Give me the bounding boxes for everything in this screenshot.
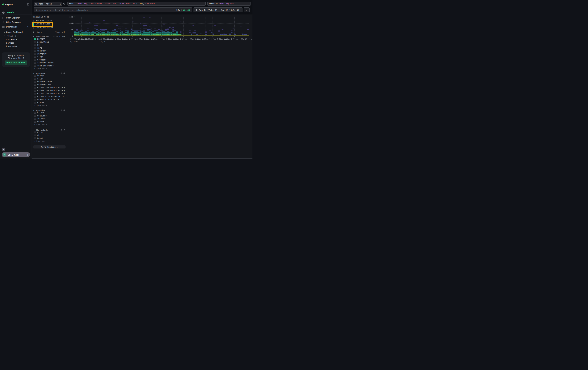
filter-option-error[interactable]: Error [32,131,67,134]
checkbox[interactable] [34,59,36,61]
lucene-toggle[interactable]: Lucene [183,9,190,11]
preset-item-kubernetes[interactable]: Kubernetes [0,44,32,48]
search-input[interactable]: Search your events w/ Lucene ex. column:… [34,7,192,12]
orderby-input[interactable]: ORDER BY Timestamp DESC [207,2,251,6]
checkbox[interactable] [34,134,36,136]
filter-option-checkout[interactable]: checkout [32,49,67,52]
filter-option-eventlistener-error[interactable]: eventListener.error [32,98,67,101]
filter-option-flagd[interactable]: flagd [32,55,67,58]
filter-show-more-button[interactable]: ❯Show more [34,67,47,70]
tab-event-patterns[interactable]: Event Patterns [34,26,64,29]
filter-option-error-the-credit-card-[interactable]: Error: The credit card (… [32,92,67,95]
filter-option-ok[interactable]: Ok [32,134,67,137]
select-query-input[interactable]: SELECT Timestamp, ServiceName, StatusCod… [67,2,206,6]
filter-option-documentfetch[interactable]: documentFetch [32,80,67,83]
filter-load-more-button[interactable]: ❯Load more [34,123,47,126]
sidebar-collapse-icon[interactable] [27,3,29,5]
local-mode-menu[interactable]: U Local mode ❯ [2,152,30,157]
filter-option-label: Internal [37,118,47,120]
clear-all-button[interactable]: Clear all [55,31,65,33]
checkbox[interactable] [34,84,36,86]
filter-option-accounting[interactable]: accounting [32,40,67,44]
get-started-button[interactable]: Get Started for Free [5,60,27,65]
chevron-up-icon: ⌃ [27,26,29,28]
checkbox[interactable] [34,50,36,52]
source-select[interactable]: Demo Traces ▲▼ [34,2,62,6]
checkbox[interactable] [34,93,36,95]
filter-option-click[interactable]: click [32,77,67,80]
x-axis-label: 11:30pm [92,38,100,40]
preset-item-clickhouse[interactable]: ClickHouse [0,38,32,41]
horizontal-scrollbar[interactable] [32,158,252,159]
heatmap-canvas[interactable] [74,17,249,36]
help-button[interactable]: ? [2,148,5,151]
filter-option-error-the-credit-card-[interactable]: Error: The credit card (… [32,86,67,89]
checkbox[interactable] [34,47,36,49]
checkbox[interactable] [34,90,36,91]
checkbox[interactable] [34,62,36,64]
checkbox[interactable] [34,138,36,139]
filter-option-frontend[interactable]: frontend [32,58,67,61]
tab-event-deltas[interactable]: Event Deltas [34,22,64,25]
filter-group-clear-button[interactable]: Clear [59,35,65,38]
scrollbar-thumb[interactable] [32,158,252,159]
filter-option-payment[interactable]: payment [32,38,67,40]
checkbox[interactable] [34,112,36,114]
checkbox[interactable] [34,53,36,55]
date-range-picker[interactable]: Sep 14 22:04:35 - Sep 15 10:04:35 [194,7,242,12]
filter-option-expire[interactable]: EXPIRE [32,101,67,104]
filter-option-currency[interactable]: currency [32,52,67,56]
checkbox[interactable] [34,81,36,83]
filter-option-internal[interactable]: Internal [32,117,67,120]
sidebar-item-chart-explorer[interactable]: Chart Explorer [0,16,32,20]
checkbox[interactable] [34,65,36,67]
filter-option-frontend-proxy[interactable]: frontend-proxy [32,61,67,64]
chevron-down-icon[interactable]: ▾ [33,72,34,74]
checkbox[interactable] [34,118,36,120]
filter-show-more-button[interactable]: ❯Show more [34,104,47,107]
filter-option-ad[interactable]: ad [32,43,67,47]
checkbox-checked[interactable] [34,38,36,40]
checkbox[interactable] [34,75,36,77]
tab-results-table[interactable]: Results Table [34,19,64,22]
chevron-down-icon[interactable]: ▾ [33,36,34,37]
sidebar-item-client-sessions[interactable]: Client Sessions [0,20,32,24]
filter-option-error-visa-cache-full-[interactable]: Error: Visa cache full: … [32,95,67,98]
checkbox[interactable] [34,44,36,46]
checkbox[interactable] [34,78,36,80]
more-filters-button[interactable]: More filters ▾ [33,145,65,149]
create-dashboard-button[interactable]: + Create Dashboard [0,30,32,34]
checkbox[interactable] [34,96,36,98]
checkbox[interactable] [34,41,36,43]
filter-option-consumer[interactable]: Consumer [32,114,67,117]
filter-option-load-generator[interactable]: load-generator [32,64,67,67]
sidebar-item-search[interactable]: Search [0,10,32,14]
chevron-down-icon[interactable]: ▾ [33,110,34,111]
checkbox[interactable] [34,115,36,117]
filter-option-client[interactable]: Client [32,111,67,114]
sql-toggle[interactable]: SQL [177,9,180,11]
checkbox[interactable] [34,87,36,89]
filter-load-more-button[interactable]: ❯Load more [34,140,47,142]
filter-option-cart[interactable]: cart [32,47,67,50]
checkbox[interactable] [34,132,36,133]
checkbox[interactable] [34,56,36,58]
hyperdx-logo-icon [2,3,4,5]
checkbox[interactable] [34,102,36,103]
checkbox[interactable] [34,121,36,123]
sidebar-item-dashboards[interactable]: Dashboards⌃ [0,25,32,29]
checkbox[interactable] [34,99,36,100]
preset-item-services[interactable]: Services [0,41,32,45]
run-query-button[interactable]: ▷ [244,7,250,12]
filter-option-label: currency [37,53,47,55]
x-axis-label: 9:00am [231,38,238,40]
filter-option-unset[interactable]: Unset [32,137,67,140]
filter-option-server[interactable]: Server [32,120,67,123]
filter-option-documentload[interactable]: documentLoad [32,83,67,86]
gear-icon[interactable] [63,2,65,5]
user-avatar: U [3,153,6,157]
filter-option-error-the-credit-card-[interactable]: Error: The credit card (… [32,89,67,92]
presets-toggle[interactable]: ▾ PRESETS [0,34,32,38]
chevron-down-icon[interactable]: ▾ [33,129,34,131]
filter-option-change[interactable]: change [32,74,67,77]
